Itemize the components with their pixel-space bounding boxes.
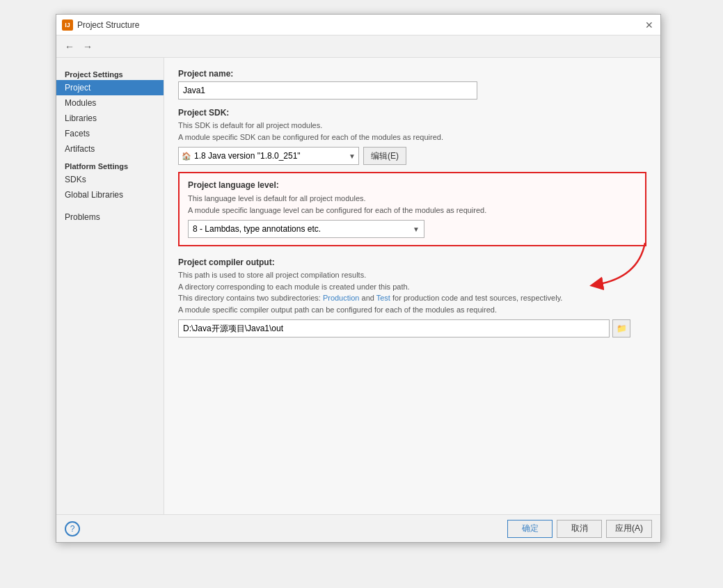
sdk-dropdown[interactable]: 🏠 1.8 Java version "1.8.0_251" ▼ — [178, 147, 359, 165]
titlebar-left: IJ Project Structure — [62, 19, 139, 31]
compiler-desc3-test: Test — [376, 294, 390, 302]
sdk-edit-button[interactable]: 编辑(E) — [363, 147, 406, 165]
compiler-section: Project compiler output: This path is us… — [178, 257, 646, 337]
cancel-button[interactable]: 取消 — [557, 520, 602, 538]
compiler-path-input[interactable] — [178, 319, 610, 337]
forward-button[interactable]: → — [80, 39, 95, 54]
sidebar-item-problems[interactable]: Problems — [56, 209, 164, 225]
sdk-select-inner: 🏠 1.8 Java version "1.8.0_251" — [182, 151, 301, 161]
project-lang-desc1: This language level is default for all p… — [188, 193, 637, 205]
project-lang-label: Project language level: — [188, 180, 637, 190]
lang-chevron-icon: ▼ — [413, 225, 420, 233]
toolbar: ← → — [56, 35, 660, 58]
compiler-desc3-production: Production — [323, 294, 360, 302]
lang-value: 8 - Lambdas, type annotations etc. — [193, 224, 321, 234]
sidebar-item-sdks[interactable]: SDKs — [56, 172, 164, 187]
language-level-section: Project language level: This language le… — [178, 172, 646, 246]
sdk-row: 🏠 1.8 Java version "1.8.0_251" ▼ 编辑(E) — [178, 147, 646, 165]
ok-button[interactable]: 确定 — [507, 520, 553, 538]
back-button[interactable]: ← — [62, 39, 77, 54]
sidebar: Project Settings Project Modules Librari… — [56, 58, 164, 514]
project-structure-dialog: IJ Project Structure ✕ ← → Project Setti… — [56, 14, 661, 543]
compiler-path-row: 📁 — [178, 319, 646, 337]
project-settings-section: Project Settings — [56, 67, 164, 80]
titlebar-controls: ✕ — [644, 19, 655, 31]
main-panel: Project name: Project SDK: This SDK is d… — [164, 58, 660, 514]
compiler-desc4: A module specific compiler output path c… — [178, 304, 646, 316]
help-button[interactable]: ? — [65, 521, 80, 537]
sdk-icon: 🏠 — [182, 152, 191, 161]
sidebar-item-libraries[interactable]: Libraries — [56, 111, 164, 126]
platform-settings-section: Platform Settings — [56, 159, 164, 172]
project-sdk-desc1: This SDK is default for all project modu… — [178, 120, 646, 132]
compiler-desc3: This directory contains two subdirectori… — [178, 292, 646, 304]
footer: ? 确定 取消 应用(A) — [56, 514, 660, 542]
language-level-dropdown[interactable]: 8 - Lambdas, type annotations etc. ▼ — [188, 220, 424, 238]
sidebar-item-artifacts[interactable]: Artifacts — [56, 141, 164, 157]
close-button[interactable]: ✕ — [644, 19, 655, 31]
sidebar-item-modules[interactable]: Modules — [56, 95, 164, 111]
sidebar-item-facets[interactable]: Facets — [56, 126, 164, 141]
project-sdk-desc2: A module specific SDK can be configured … — [178, 132, 646, 143]
lang-dropdown-row: 8 - Lambdas, type annotations etc. ▼ — [188, 220, 637, 238]
apply-button[interactable]: 应用(A) — [606, 520, 652, 538]
project-name-input[interactable] — [178, 81, 477, 100]
project-sdk-label: Project SDK: — [178, 108, 646, 118]
project-lang-desc2: A module specific language level can be … — [188, 205, 637, 216]
sdk-value: 1.8 Java version "1.8.0_251" — [194, 151, 301, 161]
project-name-label: Project name: — [178, 69, 646, 79]
project-compiler-label: Project compiler output: — [178, 257, 646, 267]
compiler-desc2: A directory corresponding to each module… — [178, 281, 646, 293]
titlebar: IJ Project Structure ✕ — [56, 15, 660, 35]
sidebar-item-project[interactable]: Project — [56, 80, 164, 95]
app-icon: IJ — [62, 19, 73, 31]
sdk-chevron-icon: ▼ — [349, 152, 356, 160]
titlebar-title: Project Structure — [77, 20, 139, 30]
compiler-path-folder-button[interactable]: 📁 — [612, 319, 630, 337]
sidebar-item-global-libraries[interactable]: Global Libraries — [56, 187, 164, 202]
compiler-desc1: This path is used to store all project c… — [178, 269, 646, 281]
content-area: Project Settings Project Modules Librari… — [56, 58, 660, 514]
